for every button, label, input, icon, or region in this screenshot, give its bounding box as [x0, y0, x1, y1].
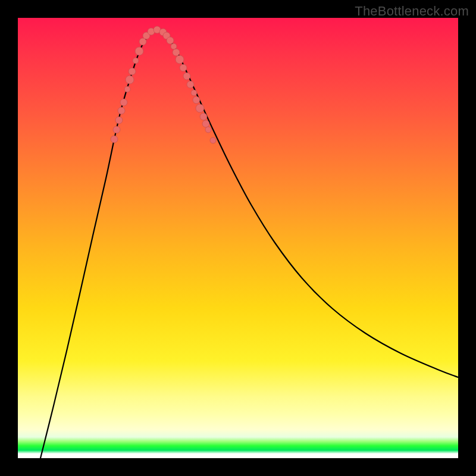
curve-marker [176, 55, 184, 64]
curve-marker [196, 104, 204, 112]
curve-marker [118, 107, 125, 114]
curve-marker [191, 90, 197, 96]
curve-marker [120, 99, 127, 106]
curve-marker [193, 96, 200, 104]
curve-marker [171, 43, 177, 49]
curve-marker [210, 137, 216, 143]
curve-marker [180, 64, 187, 71]
curve-marker [135, 47, 143, 55]
curve-marker [183, 73, 190, 80]
bottleneck-curve [40, 30, 458, 458]
curve-marker [126, 76, 134, 84]
plot-area [18, 18, 458, 458]
curve-marker [202, 120, 209, 127]
curve-marker [115, 117, 123, 124]
curve-marker [113, 126, 120, 133]
curve-marker [187, 81, 194, 88]
curve-marker [111, 136, 118, 143]
watermark-text: TheBottleneck.com [355, 4, 469, 19]
curve-marker [133, 58, 139, 64]
curve-marker [173, 49, 180, 56]
curve-marker [124, 86, 130, 92]
chart-svg [18, 18, 458, 458]
curve-marker [129, 68, 136, 75]
curve-marker [205, 127, 211, 133]
curve-marker [167, 37, 174, 44]
curve-marker [200, 113, 207, 120]
curve-markers [111, 26, 216, 143]
chart-frame: TheBottleneck.com [0, 0, 476, 476]
